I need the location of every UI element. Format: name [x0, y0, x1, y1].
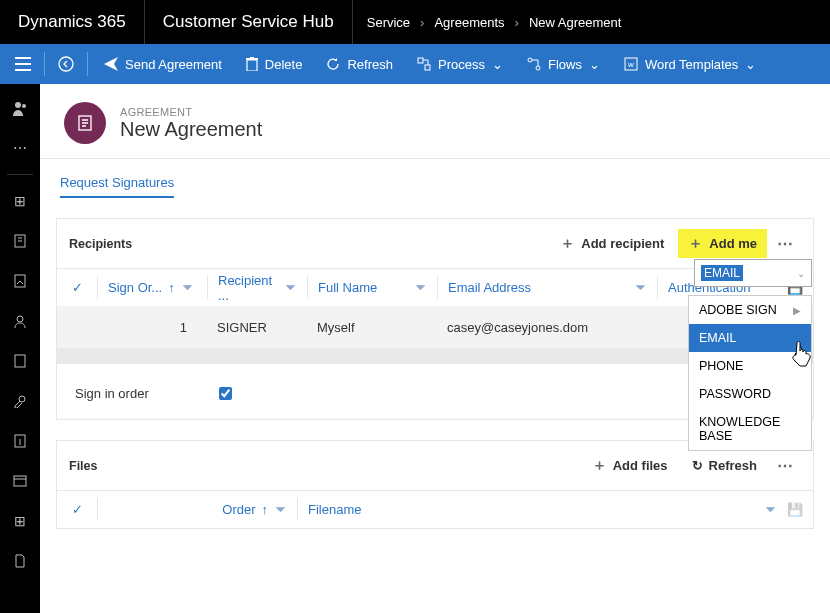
auth-option-knowledgebase[interactable]: KNOWLEDGE BASE: [689, 408, 811, 450]
section-title: Recipients: [69, 237, 132, 251]
add-files-button[interactable]: ＋Add files: [582, 451, 678, 480]
app-name[interactable]: Customer Service Hub: [145, 0, 353, 44]
files-section: Files ＋Add files ↻Refresh ⋯ ✓ Order↑⏷ Fi…: [56, 440, 814, 529]
sign-in-order-checkbox[interactable]: [219, 387, 232, 400]
chevron-right-icon: ›: [515, 15, 519, 30]
filter-icon[interactable]: ⏷: [634, 280, 647, 295]
record-header: AGREEMENT New Agreement: [40, 84, 830, 159]
filter-icon[interactable]: ⏷: [414, 280, 427, 295]
filter-icon[interactable]: ⏷: [181, 280, 194, 295]
column-filename[interactable]: Filename⏷: [297, 498, 787, 520]
hamburger-icon[interactable]: [8, 44, 38, 84]
checkmark-column[interactable]: ✓: [57, 498, 97, 520]
plus-icon: ＋: [560, 234, 575, 253]
cell-fullname: Myself: [307, 320, 437, 335]
nav-item[interactable]: [0, 88, 40, 128]
checkmark-column[interactable]: ✓: [57, 276, 97, 298]
tab-request-signatures[interactable]: Request Signatures: [60, 175, 174, 198]
cmd-label: Word Templates: [645, 57, 738, 72]
filter-icon[interactable]: ⏷: [284, 280, 297, 295]
delete-button[interactable]: Delete: [236, 44, 313, 84]
process-icon: [417, 57, 431, 71]
svg-point-9: [528, 58, 532, 62]
chevron-down-icon: ⌄: [492, 57, 503, 72]
auth-option-email[interactable]: EMAIL: [689, 324, 811, 352]
column-sign-order[interactable]: Sign Or...↑⏷: [97, 276, 207, 298]
breadcrumb: Service › Agreements › New Agreement: [353, 15, 636, 30]
nav-more-icon[interactable]: ⋯: [0, 128, 40, 168]
refresh-button[interactable]: Refresh: [316, 44, 403, 84]
auth-selected-value: EMAIL: [701, 265, 743, 281]
nav-item[interactable]: [0, 421, 40, 461]
nav-item[interactable]: ⊞: [0, 181, 40, 221]
svg-rect-18: [15, 355, 25, 367]
tab-bar: Request Signatures: [40, 159, 830, 198]
svg-point-14: [22, 104, 26, 108]
auth-option-phone[interactable]: PHONE: [689, 352, 811, 380]
agreement-icon: [76, 114, 94, 132]
more-icon[interactable]: ⋯: [771, 234, 801, 253]
record-avatar: [64, 102, 106, 144]
authentication-select[interactable]: EMAIL ⌄: [694, 259, 812, 287]
section-title: Files: [69, 459, 98, 473]
refresh-icon: [326, 57, 340, 71]
cmd-label: Send Agreement: [125, 57, 222, 72]
svg-point-10: [536, 66, 540, 70]
svg-rect-5: [246, 58, 258, 60]
svg-text:w: w: [627, 60, 634, 69]
more-icon[interactable]: ⋯: [771, 456, 801, 475]
nav-item[interactable]: [0, 541, 40, 581]
breadcrumb-item[interactable]: Agreements: [434, 15, 504, 30]
process-button[interactable]: Process ⌄: [407, 44, 513, 84]
nav-item[interactable]: [0, 261, 40, 301]
left-nav: ⋯ ⊞ ⊞: [0, 84, 40, 613]
authentication-dropdown-menu: ADOBE SIGN▶ EMAIL PHONE PASSWORD KNOWLED…: [688, 295, 812, 451]
cell-email: casey@caseyjones.dom: [437, 320, 657, 335]
filter-icon[interactable]: ⏷: [274, 502, 287, 517]
chevron-down-icon: ⌄: [745, 57, 756, 72]
column-recipient-role[interactable]: Recipient ...⏷: [207, 276, 307, 298]
cell-role: SIGNER: [207, 320, 307, 335]
sort-asc-icon: ↑: [262, 502, 269, 517]
flow-icon: [527, 57, 541, 71]
back-icon[interactable]: [51, 44, 81, 84]
svg-rect-4: [247, 60, 257, 71]
nav-item[interactable]: [0, 381, 40, 421]
send-agreement-button[interactable]: Send Agreement: [94, 44, 232, 84]
nav-item[interactable]: ⊞: [0, 501, 40, 541]
cmd-label: Process: [438, 57, 485, 72]
breadcrumb-item[interactable]: Service: [367, 15, 410, 30]
nav-item[interactable]: [0, 461, 40, 501]
cmd-label: Flows: [548, 57, 582, 72]
svg-rect-21: [14, 476, 26, 486]
flows-button[interactable]: Flows ⌄: [517, 44, 610, 84]
filter-icon[interactable]: ⏷: [764, 502, 777, 517]
column-email[interactable]: Email Address⏷: [437, 276, 657, 298]
command-bar: Send Agreement Delete Refresh Process ⌄ …: [0, 44, 830, 84]
auth-option-password[interactable]: PASSWORD: [689, 380, 811, 408]
cell-order: 1: [97, 320, 207, 335]
add-recipient-button[interactable]: ＋Add recipient: [550, 229, 674, 258]
divider: [44, 52, 45, 76]
nav-item[interactable]: [0, 301, 40, 341]
breadcrumb-item[interactable]: New Agreement: [529, 15, 622, 30]
sign-in-order-label: Sign in order: [75, 386, 149, 401]
add-me-button[interactable]: ＋Add me: [678, 229, 767, 258]
submenu-arrow-icon: ▶: [793, 305, 801, 316]
refresh-files-button[interactable]: ↻Refresh: [682, 453, 767, 478]
nav-item[interactable]: [0, 221, 40, 261]
sort-asc-icon: ↑: [168, 280, 175, 295]
column-order[interactable]: Order↑⏷: [97, 498, 297, 520]
refresh-icon: ↻: [692, 458, 703, 473]
brand-label[interactable]: Dynamics 365: [0, 0, 145, 44]
divider: [87, 52, 88, 76]
column-full-name[interactable]: Full Name⏷: [307, 276, 437, 298]
nav-item[interactable]: [0, 341, 40, 381]
auth-option-adobesign[interactable]: ADOBE SIGN▶: [689, 296, 811, 324]
save-icon[interactable]: 💾: [787, 502, 813, 517]
send-icon: [104, 57, 118, 71]
files-grid-header: ✓ Order↑⏷ Filename⏷ 💾: [57, 490, 813, 528]
cmd-label: Delete: [265, 57, 303, 72]
word-templates-button[interactable]: w Word Templates ⌄: [614, 44, 766, 84]
svg-point-13: [15, 102, 21, 108]
